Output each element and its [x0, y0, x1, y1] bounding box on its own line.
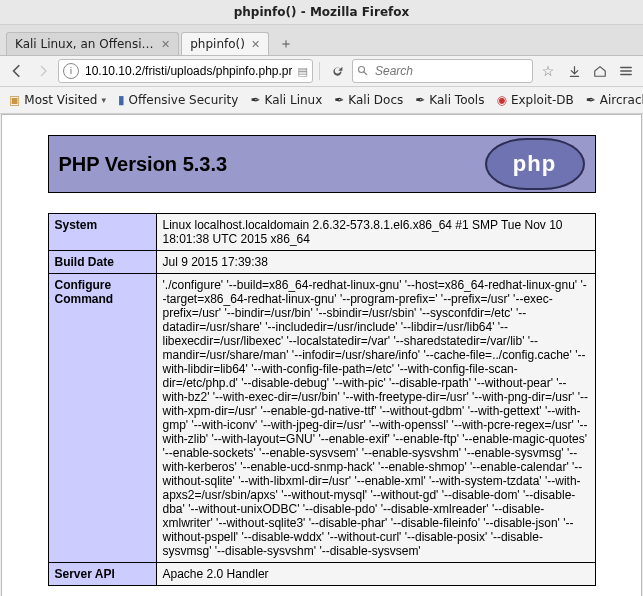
php-version-banner: PHP Version 5.3.3 php: [48, 135, 596, 193]
most-visited-label: Most Visited: [24, 93, 97, 107]
forward-button[interactable]: [32, 60, 54, 82]
close-icon[interactable]: ✕: [161, 38, 170, 51]
bookmark-label: Exploit-DB: [511, 93, 574, 107]
row-value: Linux localhost.localdomain 2.6.32-573.8…: [156, 214, 595, 251]
bookmark-star-button[interactable]: ☆: [537, 60, 559, 82]
tab-phpinfo[interactable]: phpinfo() ✕: [181, 32, 269, 55]
site-icon: ✒: [250, 94, 260, 106]
bookmark-exploit-db[interactable]: ◉ Exploit-DB: [491, 91, 578, 109]
close-icon[interactable]: ✕: [251, 38, 260, 51]
hamburger-icon: [619, 64, 633, 78]
download-icon: [568, 65, 581, 78]
bookmark-label: Kali Tools: [429, 93, 484, 107]
reader-mode-icon[interactable]: ▤: [298, 65, 308, 78]
page-viewport[interactable]: PHP Version 5.3.3 php System Linux local…: [1, 114, 642, 596]
info-icon[interactable]: i: [63, 63, 79, 79]
bookmark-kali-tools[interactable]: ✒ Kali Tools: [410, 91, 489, 109]
phpinfo-table: System Linux localhost.localdomain 2.6.3…: [48, 213, 596, 586]
most-visited-menu[interactable]: ▣ Most Visited ▾: [4, 91, 111, 109]
star-icon: ☆: [542, 63, 555, 79]
chevron-down-icon: ▾: [101, 95, 106, 105]
row-value: Jul 9 2015 17:39:38: [156, 251, 595, 274]
bookmark-offensive-security[interactable]: ▮ Offensive Security: [113, 91, 243, 109]
tab-kali-linux[interactable]: Kali Linux, an Offensive S… ✕: [6, 32, 179, 55]
url-bar[interactable]: i ▤: [58, 59, 313, 83]
downloads-button[interactable]: [563, 60, 585, 82]
php-logo: php: [485, 138, 585, 190]
table-row: System Linux localhost.localdomain 2.6.3…: [48, 214, 595, 251]
bookmark-label: Kali Docs: [348, 93, 403, 107]
php-logo-text: php: [513, 151, 556, 177]
arrow-left-icon: [10, 64, 24, 78]
folder-icon: ▣: [9, 94, 20, 106]
bookmark-label: Aircrack: [600, 93, 643, 107]
home-icon: [593, 64, 607, 78]
svg-line-1: [364, 72, 367, 75]
row-name: Build Date: [48, 251, 156, 274]
page-content: PHP Version 5.3.3 php System Linux local…: [48, 135, 596, 586]
bookmark-label: Kali Linux: [264, 93, 322, 107]
tab-label: Kali Linux, an Offensive S…: [15, 37, 155, 51]
separator: [319, 62, 320, 80]
window-titlebar: phpinfo() - Mozilla Firefox: [0, 0, 643, 25]
php-version-title: PHP Version 5.3.3: [59, 153, 485, 176]
bookmarks-toolbar: ▣ Most Visited ▾ ▮ Offensive Security ✒ …: [0, 87, 643, 114]
tab-bar: Kali Linux, an Offensive S… ✕ phpinfo() …: [0, 25, 643, 56]
home-button[interactable]: [589, 60, 611, 82]
row-name: System: [48, 214, 156, 251]
bookmark-kali-linux[interactable]: ✒ Kali Linux: [245, 91, 327, 109]
reload-icon: [331, 65, 344, 78]
new-tab-button[interactable]: ＋: [275, 33, 297, 55]
menu-button[interactable]: [615, 60, 637, 82]
search-input[interactable]: [373, 63, 528, 79]
reload-button[interactable]: [326, 60, 348, 82]
site-icon: ▮: [118, 94, 125, 106]
url-input[interactable]: [83, 63, 294, 79]
row-value: './configure' '--build=x86_64-redhat-lin…: [156, 274, 595, 563]
tab-label: phpinfo(): [190, 37, 245, 51]
site-icon: ◉: [496, 94, 506, 106]
table-row: Build Date Jul 9 2015 17:39:38: [48, 251, 595, 274]
row-name: Server API: [48, 563, 156, 586]
bookmark-label: Offensive Security: [129, 93, 239, 107]
search-icon: [357, 65, 369, 77]
site-icon: ✒: [415, 94, 425, 106]
window-title: phpinfo() - Mozilla Firefox: [234, 5, 410, 19]
row-value: Apache 2.0 Handler: [156, 563, 595, 586]
bookmark-kali-docs[interactable]: ✒ Kali Docs: [329, 91, 408, 109]
row-name: Configure Command: [48, 274, 156, 563]
table-row: Server API Apache 2.0 Handler: [48, 563, 595, 586]
nav-bar: i ▤ ☆: [0, 56, 643, 87]
table-row: Configure Command './configure' '--build…: [48, 274, 595, 563]
bookmark-aircrack[interactable]: ✒ Aircrack: [581, 91, 643, 109]
site-icon: ✒: [334, 94, 344, 106]
back-button[interactable]: [6, 60, 28, 82]
search-bar[interactable]: [352, 59, 533, 83]
site-icon: ✒: [586, 94, 596, 106]
arrow-right-icon: [37, 65, 49, 77]
